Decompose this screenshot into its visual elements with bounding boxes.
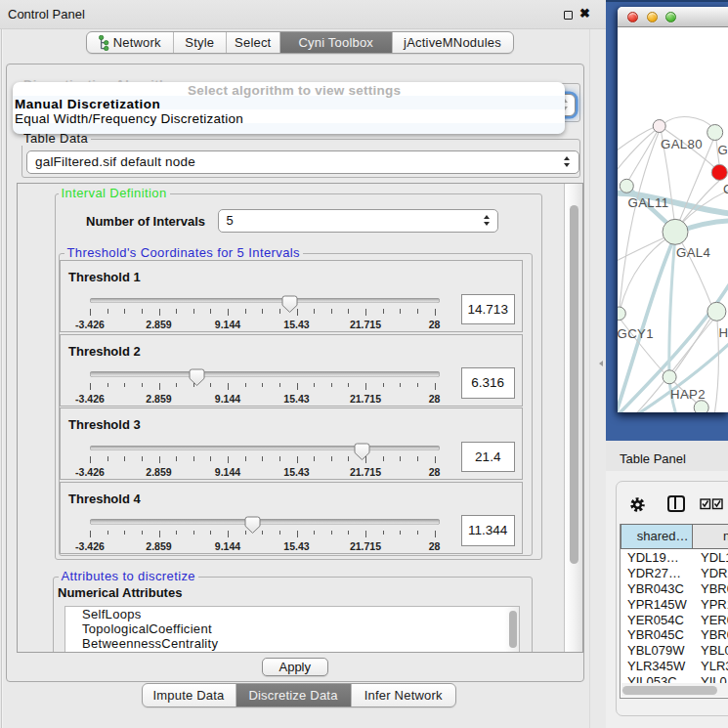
svg-text:GAL11: GAL11 <box>628 195 669 210</box>
svg-text:H: H <box>719 325 728 340</box>
svg-text:GAL80: GAL80 <box>661 137 703 151</box>
svg-text:HAP2: HAP2 <box>670 386 706 401</box>
svg-text:GA: GA <box>718 142 728 156</box>
svg-text:GAL4: GAL4 <box>676 244 710 259</box>
svg-text:GCY1: GCY1 <box>618 325 654 340</box>
svg-text:C: C <box>723 181 728 195</box>
